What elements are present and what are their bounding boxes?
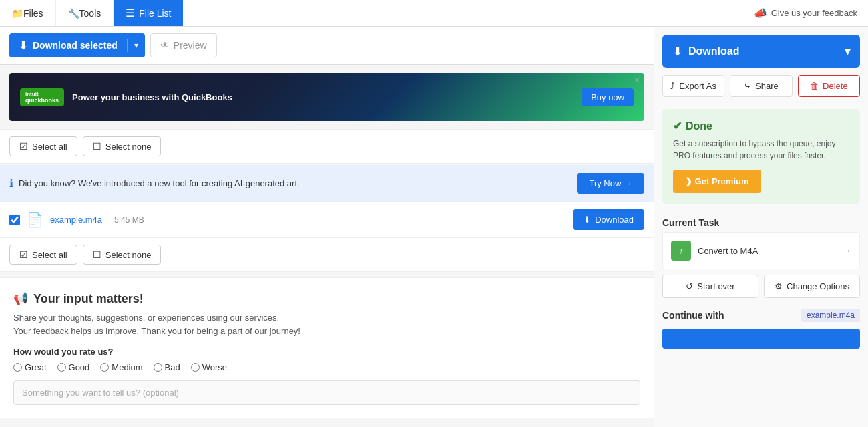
download-main-button[interactable]: ⬇ Download ▾ [662, 35, 860, 68]
right-ad-banner [662, 329, 860, 349]
feedback-title: 📢 Your input matters! [13, 291, 640, 306]
file-checkbox[interactable] [9, 215, 20, 225]
rating-worse[interactable]: Worse [191, 362, 227, 372]
download-main-label: Download [688, 45, 739, 57]
change-options-button[interactable]: ⚙ Change Options [764, 275, 860, 298]
file-name: example.m4a [50, 215, 102, 225]
share-icon: ⤷ [744, 81, 751, 91]
checkbox-checked-icon-2: ☑ [19, 249, 28, 260]
preview-button[interactable]: 👁 Preview [150, 33, 217, 57]
chevron-down-icon-right: ▾ [845, 44, 851, 59]
export-icon: ⤴ [670, 81, 675, 91]
rating-good[interactable]: Good [57, 362, 90, 372]
select-all-top-label: Select all [32, 142, 67, 152]
done-desc: Get a subscription to bypass the queue, … [673, 138, 849, 162]
feedback-desc: Share your thoughts, suggestions, or exp… [13, 311, 640, 337]
get-premium-label: ❯ Get Premium [685, 176, 749, 186]
select-none-top-button[interactable]: ☐ Select none [83, 136, 162, 156]
continue-label: Continue with [662, 310, 724, 321]
task-actions: ↺ Start over ⚙ Change Options [662, 275, 860, 298]
download-file-icon: ⬇ [584, 215, 591, 225]
continue-file-badge: example.m4a [801, 309, 860, 322]
export-as-button[interactable]: ⤴ Export As [662, 75, 724, 97]
feedback-desc1: Share your thoughts, suggestions, or exp… [13, 313, 279, 323]
select-top-bar: ☑ Select all ☐ Select none [0, 129, 654, 164]
export-label: Export As [679, 81, 716, 91]
select-bottom-bar: ☑ Select all ☐ Select none [0, 237, 654, 272]
rating-label: How would you rate us? [13, 347, 640, 357]
rating-bad[interactable]: Bad [154, 362, 180, 372]
done-section: ✔ Done Get a subscription to bypass the … [662, 109, 860, 204]
ad-close-icon[interactable]: ✕ [634, 76, 640, 85]
file-row: 📄 example.m4a 5.45 MB ⬇ Download [0, 202, 654, 237]
delete-button[interactable]: 🗑 Delete [798, 75, 860, 97]
checkbox-checked-icon: ☑ [19, 141, 28, 152]
continue-section: Continue with example.m4a [662, 309, 860, 322]
nav-tools-label: Tools [79, 8, 101, 19]
rating-options: Great Good Medium Bad Worse [13, 362, 640, 372]
feedback-text: Give us your feedback [771, 8, 857, 18]
get-premium-button[interactable]: ❯ Get Premium [673, 170, 761, 193]
megaphone-feedback-icon: 📢 [13, 291, 28, 306]
start-over-label: Start over [697, 281, 734, 291]
feedback-title-text: Your input matters! [33, 292, 144, 306]
tools-icon: 🔧 [68, 8, 79, 19]
megaphone-icon: 📣 [754, 7, 767, 19]
select-all-top-button[interactable]: ☑ Select all [9, 136, 77, 156]
try-now-label: Try Now → [589, 178, 632, 188]
feedback-desc2: Your feedback helps us improve. Thank yo… [13, 326, 300, 336]
nav-file-list[interactable]: ☰ File List [114, 0, 183, 26]
current-task-title: Current Task [662, 217, 860, 228]
start-over-button[interactable]: ↺ Start over [662, 275, 758, 298]
task-arrow-icon: → [842, 245, 851, 256]
preview-label: Preview [174, 40, 207, 51]
restart-icon: ↺ [686, 281, 693, 291]
trash-icon: 🗑 [810, 81, 819, 91]
select-none-bottom-button[interactable]: ☐ Select none [83, 245, 162, 265]
share-label: Share [755, 81, 779, 91]
info-icon: ℹ [9, 177, 13, 190]
download-main-icon: ⬇ [673, 45, 682, 58]
list-icon: ☰ [126, 7, 135, 19]
checkbox-empty-icon: ☐ [93, 141, 101, 152]
file-size: 5.45 MB [114, 215, 144, 225]
main-layout: ⬇ Download selected ▾ 👁 Preview intuit q… [0, 27, 868, 427]
top-nav: 📁 Files 🔧 Tools ☰ File List 📣 Give us yo… [0, 0, 868, 27]
nav-tools[interactable]: 🔧 Tools [56, 0, 114, 26]
select-all-bottom-label: Select all [32, 250, 67, 260]
action-buttons: ⤴ Export As ⤷ Share 🗑 Delete [662, 75, 860, 97]
nav-files[interactable]: 📁 Files [0, 0, 56, 26]
feedback-link[interactable]: 📣 Give us your feedback [754, 7, 868, 19]
feedback-section: 📢 Your input matters! Share your thought… [0, 277, 654, 418]
download-selected-button[interactable]: ⬇ Download selected ▾ [9, 33, 145, 57]
done-title: ✔ Done [673, 120, 849, 132]
checkbox-empty-icon-2: ☐ [93, 249, 101, 260]
ad-text: Power your business with QuickBooks [72, 92, 574, 102]
select-none-bottom-label: Select none [105, 250, 152, 260]
file-doc-icon: 📄 [27, 212, 43, 228]
ad-banner: intuit quickbooks Power your business wi… [9, 73, 644, 121]
toolbar: ⬇ Download selected ▾ 👁 Preview [0, 27, 654, 65]
task-item: ♪ Convert to M4A → [662, 232, 860, 269]
nav-files-label: Files [23, 8, 43, 19]
ad-buy-button[interactable]: Buy now [582, 88, 634, 106]
download-icon: ⬇ [19, 39, 27, 52]
nav-file-list-label: File List [139, 8, 171, 19]
file-download-label: Download [595, 215, 634, 225]
check-icon: ✔ [673, 120, 682, 132]
select-all-bottom-button[interactable]: ☑ Select all [9, 245, 77, 265]
info-banner: ℹ Did you know? We've introduced a new t… [0, 165, 654, 202]
rating-great[interactable]: Great [13, 362, 47, 372]
music-icon: ♪ [671, 241, 691, 261]
file-download-button[interactable]: ⬇ Download [573, 209, 644, 230]
download-selected-label: Download selected [33, 40, 118, 51]
rating-medium[interactable]: Medium [100, 362, 142, 372]
try-now-button[interactable]: Try Now → [577, 173, 644, 194]
task-name-label: Convert to M4A [698, 246, 835, 256]
ad-logo: intuit quickbooks [20, 88, 64, 106]
left-panel: ⬇ Download selected ▾ 👁 Preview intuit q… [0, 27, 654, 427]
change-options-label: Change Options [787, 281, 849, 291]
chevron-down-icon: ▾ [134, 41, 138, 50]
optional-input[interactable]: Something you want to tell us? (optional… [13, 380, 640, 405]
share-button[interactable]: ⤷ Share [730, 75, 792, 97]
